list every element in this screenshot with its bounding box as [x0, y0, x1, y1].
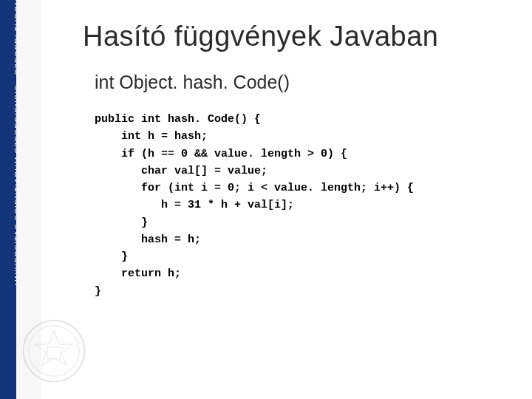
code-block: public int hash. Code() { int h = hash; … — [95, 111, 517, 300]
university-crest-icon — [21, 318, 87, 384]
svg-rect-2 — [47, 347, 61, 359]
sidebar-blue-stripe: UNIVERSITAS SCIENTIARUM SZEGEDIENSIS • S… — [0, 0, 16, 399]
slide-title: Hasító függvények Javaban — [83, 21, 517, 52]
slide-subtitle: int Object. hash. Code() — [95, 72, 517, 93]
slide: UNIVERSITAS SCIENTIARUM SZEGEDIENSIS • S… — [0, 0, 532, 399]
content-area: Hasító függvények Javaban int Object. ha… — [83, 21, 517, 300]
svg-point-1 — [29, 326, 79, 376]
svg-point-0 — [24, 321, 85, 382]
